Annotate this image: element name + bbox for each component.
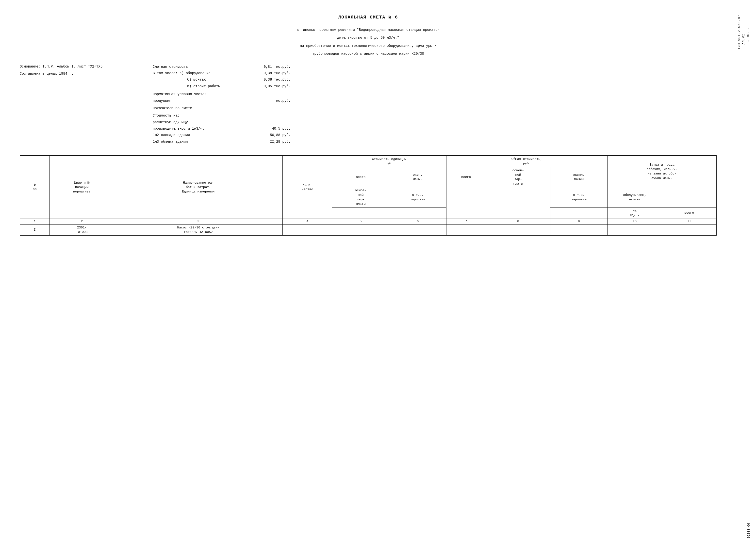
- cost-unit-row: расчетную единицу: [153, 120, 717, 125]
- info-left: Основание: Т.П.Р. Альбом I, лист ТХ2÷ТХ5…: [20, 64, 143, 146]
- info-section: Основание: Т.П.Р. Альбом I, лист ТХ2÷ТХ5…: [20, 64, 717, 146]
- th-cost-unit: Стоимость единицы,руб.: [332, 156, 446, 167]
- th-labor-vsego: всего: [662, 208, 717, 219]
- header-table: №пп Шифр и №позициинорматива Наименовани…: [20, 156, 717, 236]
- norm-label2: продукция: [153, 98, 246, 103]
- cost-unit-value: 40,5 руб.: [261, 126, 291, 131]
- th-cost-total: Общая стоимость,руб.: [446, 156, 607, 167]
- th-cost-expl-zp: в т.ч.зарплаты: [389, 187, 447, 208]
- th-cipher: Шифр и №позициинорматива: [50, 156, 114, 219]
- side-text-top: ТИП 901-2-053.87 АЛ.VI - 86 -: [737, 15, 751, 50]
- norm-row2: продукция – тнс.руб.: [153, 98, 717, 103]
- including-b-label: б) монтаж: [153, 77, 246, 82]
- norm-section: Нормативная условно-чистая продукция – т…: [153, 91, 717, 103]
- row-labor-unit: [607, 224, 662, 235]
- th-total-all2: [446, 187, 486, 219]
- th-cost-expl: эксп.машин: [389, 167, 447, 187]
- col-n4: 4: [283, 219, 332, 224]
- pokazateli-section: Показатели по смете: [153, 105, 717, 111]
- subtitle-2: дительностью от 5 до 50 м3/ч.": [20, 35, 717, 41]
- th-num: №пп: [20, 156, 50, 219]
- th-qty: Коли-чество: [283, 156, 332, 219]
- page-title: ЛОКАЛЬНАЯ СМЕТА № 6: [20, 15, 717, 20]
- row-name: Насос К20/30 с эл.дви-гателем 4АI00S2: [114, 224, 283, 235]
- including-v-row: в) строит.работы 0,05 тнс.руб.: [153, 84, 717, 89]
- cost-m2-label: 1м2 площади здания: [153, 132, 246, 138]
- cost-m2-value: 50,88 руб.: [261, 132, 291, 138]
- row-cost-expl: [389, 224, 447, 235]
- cost-label-row: Стоимость на:: [153, 113, 717, 118]
- col-n9: 9: [550, 219, 607, 224]
- th-cost-all: всего: [332, 167, 389, 187]
- norm-dash: –: [251, 98, 256, 103]
- subtitle-3: на приобретение и монтаж технологическог…: [20, 43, 717, 49]
- th-labor: Затраты трударабочих, чел.-ч.не занятых …: [607, 156, 716, 187]
- side-text-bottom: 02088-06: [747, 523, 751, 538]
- info-right: Сметная стоимость 0,81 тнс.руб. В том чи…: [153, 64, 717, 146]
- col-n11: II: [662, 219, 717, 224]
- pokazateli-label: Показатели по смете: [153, 105, 246, 111]
- th-total-main2: [486, 187, 550, 219]
- th-empty3: [550, 208, 607, 219]
- col-n8: 8: [486, 219, 550, 224]
- subtitle-4: трубопроводов насосной станции с насосам…: [20, 51, 717, 57]
- info-base: Основание: Т.П.Р. Альбом I, лист ТХ2÷ТХ5: [20, 64, 143, 69]
- row-total-all: [446, 224, 486, 235]
- th-empty1: [332, 208, 389, 219]
- including-v-label: в) строит.работы: [153, 84, 246, 89]
- th-total-main: основ-нойзар-платы: [486, 167, 550, 187]
- th-total-all: всего: [446, 167, 486, 187]
- row-cost-total: [332, 224, 389, 235]
- row-cipher: 2301--01003: [50, 224, 114, 235]
- norm-label1: Нормативная условно-чистая: [153, 91, 246, 97]
- cost-m3-value: II,28 руб.: [261, 139, 291, 144]
- main-table-section: №пп Шифр и №позициинорматива Наименовани…: [20, 155, 717, 236]
- including-v-value: 0,05 тнс.руб.: [261, 84, 291, 89]
- th-labor-na-ed: наедин.: [607, 208, 662, 219]
- cost-m2-row: 1м2 площади здания 50,88 руб.: [153, 132, 717, 138]
- including-b-value: 0,38 тнс.руб.: [261, 77, 291, 82]
- info-year: Составлена в ценах 1984 г.: [20, 71, 143, 76]
- th-cost-main: основ-нойзар-платы: [332, 187, 389, 208]
- norm-value: тнс.руб.: [261, 98, 291, 103]
- smeta-cost-label: Сметная стоимость: [153, 64, 246, 70]
- table-row: I 2301--01003 Насос К20/30 с эл.дви-гате…: [20, 224, 717, 235]
- col-n2: 2: [50, 219, 114, 224]
- th-labor-unit: обслуживающ.машины: [607, 187, 662, 208]
- norm-row1: Нормативная условно-чистая: [153, 91, 717, 97]
- row-qty: [283, 224, 332, 235]
- including-a-value: 0,38 тнс.руб.: [261, 71, 291, 76]
- row-total-expl: [550, 224, 607, 235]
- col-n1: 1: [20, 219, 50, 224]
- cost-section: Стоимость на: расчетную единицу производ…: [153, 113, 717, 144]
- smeta-cost-row: Сметная стоимость 0,81 тнс.руб.: [153, 64, 717, 70]
- th-labor-note: [662, 187, 717, 208]
- row-num: I: [20, 224, 50, 235]
- th-name: Наименование ра-бот и затрат.Единица изм…: [114, 156, 283, 219]
- row-labor-total: [662, 224, 717, 235]
- col-n6: 6: [389, 219, 447, 224]
- cost-m3-row: 1м3 объема здания II,28 руб.: [153, 139, 717, 144]
- col-n5: 5: [332, 219, 389, 224]
- col-n10: IO: [607, 219, 662, 224]
- smeta-cost-value: 0,81 тнс.руб.: [261, 64, 291, 70]
- col-n7: 7: [446, 219, 486, 224]
- including-a-label: В том числе: а) оборудование: [153, 71, 246, 76]
- th-empty2: [389, 208, 447, 219]
- cost-unit-sub: производительности 1м3/ч.: [153, 126, 246, 131]
- pokazateli-row: Показатели по смете: [153, 105, 717, 111]
- page: ТИП 901-2-053.87 АЛ.VI - 86 - 02088-06 Л…: [0, 0, 756, 553]
- cost-unit-sub-row: производительности 1м3/ч. 40,5 руб.: [153, 126, 717, 131]
- th-total-expl: экспл.машин: [550, 167, 607, 187]
- col-n3: 3: [114, 219, 283, 224]
- col-numbers-row: 1 2 3 4 5 6 7 8 9 IO II: [20, 219, 717, 224]
- th-total-expl2: в т.ч.зарплаты: [550, 187, 607, 208]
- cost-unit-label: расчетную единицу: [153, 120, 246, 125]
- including-b-row: б) монтаж 0,38 тнс.руб.: [153, 77, 717, 82]
- including-a-row: В том числе: а) оборудование 0,38 тнс.ру…: [153, 71, 717, 76]
- cost-label: Стоимость на:: [153, 113, 246, 118]
- subtitle-1: к типовым проектным решениям "Водопровод…: [20, 27, 717, 32]
- row-total-main: [486, 224, 550, 235]
- table-header-row1: №пп Шифр и №позициинорматива Наименовани…: [20, 156, 717, 167]
- cost-m3-label: 1м3 объема здания: [153, 139, 246, 144]
